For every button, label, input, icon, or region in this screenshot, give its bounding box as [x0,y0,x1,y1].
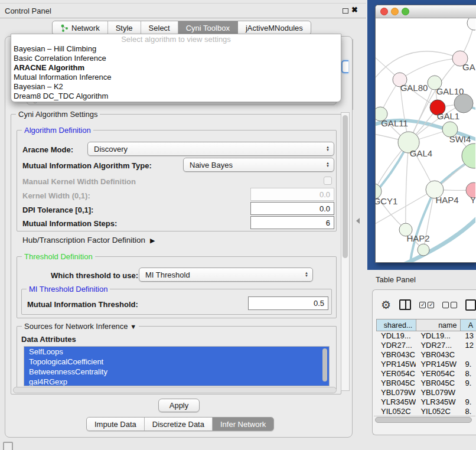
table-header-row: shared...nameA [376,319,476,331]
aracne-mode-value: Discovery [94,145,128,154]
dropdown-item[interactable]: Bayesian – K2 [11,82,341,92]
split-columns-icon[interactable] [399,299,411,310]
tab-jactivemnodules[interactable]: jActiveMNodules [238,21,311,34]
table-cell: 13 [461,331,476,341]
settings-vertical-scrollbar[interactable] [341,112,350,391]
network-edge[interactable] [376,51,460,83]
dpi-tolerance-field[interactable] [250,202,334,215]
network-node-label: Y [470,195,475,205]
mi-threshold-field[interactable] [248,296,328,310]
table-cell [461,350,476,360]
select-all-checks-icon[interactable]: ✓✓ [419,302,434,308]
settings-gear-icon[interactable]: ⚙ [381,299,391,311]
network-node-label: SWI4 [449,134,471,144]
kernel-width-field[interactable] [250,188,334,201]
import-table-icon[interactable] [465,299,476,311]
table-row[interactable]: YER054CYER054C8. [376,369,476,379]
table-row[interactable]: YIL052CYIL052C8. [376,407,476,416]
float-window-icon[interactable] [343,8,348,14]
tab-discretize-data[interactable]: Discretize Data [145,418,213,431]
table-cell: 9. [461,360,476,369]
tab-cyni-toolbox[interactable]: Cyni Toolbox [178,21,238,34]
expand-right-icon: ▶ [150,237,155,244]
table-cell: YBR045C [416,379,460,388]
attribute-list-item[interactable]: SelfLoops [24,347,329,357]
attribute-list-item[interactable]: gal4RGexp [24,377,329,386]
network-window-titlebar[interactable] [376,5,476,18]
table-body: YDL19...YDL19...13YDR27...YDR27...12YBR0… [376,331,476,416]
manual-kernel-checkbox[interactable] [324,177,332,185]
tab-label: jActiveMNodules [246,24,303,32]
mi-threshold-label: Mutual Information Threshold: [27,300,138,309]
minimize-traffic-light-icon[interactable] [391,8,399,15]
dropdown-item[interactable]: Dream8 DC_TDC Algorithm [11,92,341,101]
tab-label: Cyni Toolbox [186,24,230,32]
scrollbar-thumb[interactable] [343,115,348,258]
tab-impute-data[interactable]: Impute Data [87,418,145,431]
which-threshold-select[interactable]: MI Threshold ▲▼ [139,268,313,282]
table-row[interactable]: YBL079WYBL079W [376,388,476,397]
manual-kernel-label: Manual Kernel Width Definition [22,177,136,186]
settings-horizontal-scrollbar[interactable] [13,387,337,393]
column-header-3[interactable]: A [460,319,476,331]
table-row[interactable]: YDL19...YDL19...13 [376,331,476,341]
tab-select[interactable]: Select [141,21,178,34]
algorithm-definition-title: Algorithm Definition [22,126,93,135]
close-icon[interactable]: ✖ [351,5,358,14]
tab-label: Discretize Data [152,420,204,429]
network-node-label: GAL4 [410,148,432,158]
table-cell: 8. [461,407,476,416]
network-edge[interactable] [400,58,460,80]
network-node[interactable] [467,18,475,30]
dropdown-item[interactable]: Bayesian – Hill Climbing [11,44,341,54]
apply-button[interactable]: Apply [158,399,200,412]
table-cell: YDL19... [416,331,460,341]
aracne-mode-select[interactable]: Discovery ▲▼ [87,142,334,156]
table-cell: 9. [461,379,476,388]
dropdown-item[interactable]: Mutual Information Inference [11,73,341,82]
table-cell: YBL079W [416,388,460,397]
attribute-list-item[interactable]: TopologicalCoefficient [24,357,329,367]
table-row[interactable]: YBR043CYBR043C [376,350,476,360]
network-node[interactable] [418,244,429,256]
table-cell: YDR27... [416,341,460,350]
mi-type-label: Mutual Information Algorithm Type: [22,161,152,170]
network-node-label: HAP2 [406,233,429,243]
scrollbar-thumb[interactable] [375,417,472,423]
network-node[interactable] [454,94,473,113]
table-panel: ⚙ ✓✓ shared...nameA YDL19...YDL19...13YD… [372,289,476,435]
zoom-traffic-light-icon[interactable] [402,8,409,15]
table-cell: YIL052C [416,407,460,416]
tab-style[interactable]: Style [108,21,141,34]
dropdown-item[interactable]: ARACNE Algorithm [11,63,341,73]
table-row[interactable]: YLR345WYLR345W9. [376,397,476,407]
table-cell: YLR345W [416,397,460,407]
table-cell: YBR043C [416,350,460,360]
close-traffic-light-icon[interactable] [380,8,388,15]
collapse-down-icon[interactable]: ▼ [130,323,136,330]
table-row[interactable]: YPR145WYPR145W9. [376,360,476,369]
list-scrollbar[interactable] [322,348,327,381]
hub-definition-expander[interactable]: Hub/Transcription Factor Definition▶ [22,236,155,244]
table-horizontal-scrollbar[interactable] [374,416,475,423]
deselect-all-checks-icon[interactable] [442,302,457,308]
data-attributes-list[interactable]: SelfLoopsTopologicalCoefficientBetweenne… [24,346,330,386]
control-panel-title: Control Panel [5,6,51,15]
background-focused-combo [341,60,348,73]
attribute-list-item[interactable]: BetweennessCentrality [24,367,329,377]
dock-panel-icon[interactable] [3,442,13,450]
column-header-2[interactable]: name [416,319,460,331]
node-table: shared...nameA YDL19...YDL19...13YDR27..… [376,319,476,416]
network-svg[interactable]: GALGAL80GAL10GAL1GAL11SWI4GAL4GCY1HAP4YH… [376,18,475,262]
network-view-window[interactable]: GALGAL80GAL10GAL1GAL11SWI4GAL4GCY1HAP4YH… [375,5,476,263]
mi-steps-field[interactable] [250,216,334,229]
tab-infer-network[interactable]: Infer Network [213,418,273,431]
collapse-panel-arrow-icon[interactable] [356,218,360,224]
table-row[interactable]: YDR27...YDR27...12 [376,341,476,350]
column-header-1[interactable]: shared... [376,319,416,331]
table-row[interactable]: YBR045CYBR045C9. [376,379,476,388]
dropdown-item[interactable]: Basic Correlation Inference [11,54,341,63]
tab-network[interactable]: Network [53,21,108,34]
mi-type-select[interactable]: Naive Bayes ▲▼ [183,158,334,172]
network-edge[interactable] [406,142,409,230]
